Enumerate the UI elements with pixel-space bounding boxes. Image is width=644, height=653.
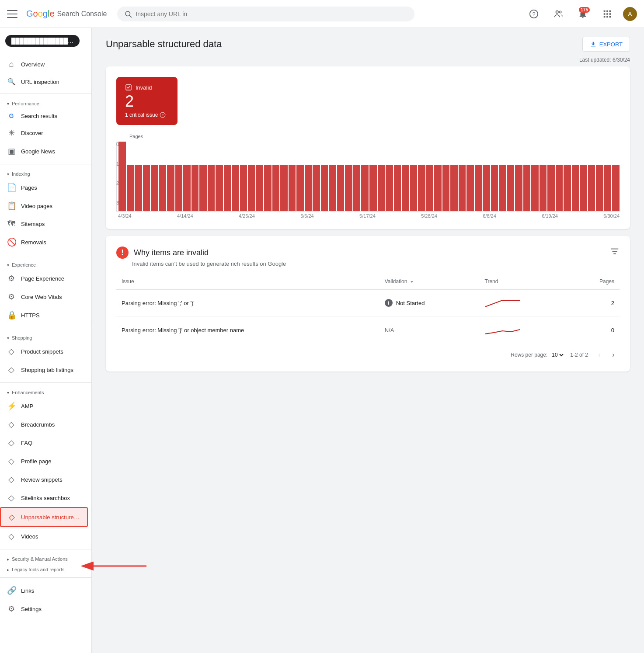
- table-row[interactable]: Parsing error: Missing '}' or object mem…: [116, 316, 620, 344]
- chart-bar: [450, 165, 458, 211]
- sidebar-item-label: Pages: [21, 184, 37, 191]
- chart-bar: [216, 165, 223, 211]
- help-button[interactable]: ?: [525, 5, 543, 23]
- news-icon: ▣: [7, 146, 16, 156]
- export-button[interactable]: EXPORT: [582, 37, 630, 52]
- chart-bar: [531, 165, 539, 211]
- chart-bar: [499, 165, 506, 211]
- sidebar-item-label: Google News: [21, 148, 55, 155]
- sidebar-item-sitelinks-searchbox[interactable]: ◇ Sitelinks searchbox: [0, 489, 88, 507]
- chart-bar: [240, 165, 247, 211]
- breadcrumbs-icon: ◇: [7, 420, 16, 429]
- google-g-icon: G: [7, 112, 16, 119]
- svg-rect-9: [604, 13, 606, 15]
- chart-bar: [491, 165, 498, 211]
- shopping-section-label[interactable]: ▾ Shopping: [0, 332, 91, 342]
- sidebar-item-breadcrumbs[interactable]: ◇ Breadcrumbs: [0, 415, 88, 434]
- sidebar-item-core-web-vitals[interactable]: ⚙ Core Web Vitals: [0, 288, 88, 306]
- chart-bar: [483, 165, 490, 211]
- security-section-label[interactable]: ▸ Security & Manual Actions: [0, 553, 91, 563]
- not-started-icon: i: [385, 299, 393, 307]
- property-name[interactable]: █████████████████: [5, 35, 80, 47]
- sidebar-item-review-snippets[interactable]: ◇ Review snippets: [0, 470, 88, 489]
- pages-icon: 📄: [7, 183, 16, 192]
- chart-bar: [475, 165, 482, 211]
- trend-cell: [480, 316, 570, 344]
- sidebar-item-removals[interactable]: 🚫 Removals: [0, 233, 88, 251]
- sidebar-item-profile-page[interactable]: ◇ Profile page: [0, 452, 88, 470]
- chart-bar: [329, 165, 336, 211]
- chart-x-labels: 4/3/24 4/14/24 4/25/24 5/6/24 5/17/24 5/…: [118, 212, 620, 219]
- apps-button[interactable]: [599, 5, 616, 23]
- sidebar-item-label: Breadcrumbs: [21, 421, 55, 428]
- sidebar-item-product-snippets[interactable]: ◇ Product snippets: [0, 342, 88, 361]
- product-snippets-icon: ◇: [7, 347, 16, 356]
- sidebar-item-settings[interactable]: ⚙ Settings: [0, 600, 88, 618]
- issue-cell: Parsing error: Missing '}' or object mem…: [116, 316, 379, 344]
- avatar[interactable]: A: [623, 7, 637, 21]
- chart-bar: [167, 165, 174, 211]
- unparsable-icon: ◇: [8, 512, 16, 522]
- sidebar-item-url-inspection[interactable]: 🔍 URL inspection: [0, 73, 88, 90]
- sidebar-item-amp[interactable]: ⚡ AMP: [0, 397, 88, 415]
- legacy-section-label[interactable]: ▸ Legacy tools and reports: [0, 563, 91, 574]
- sidebar-item-videos[interactable]: ◇ Videos: [0, 527, 88, 545]
- sidebar-item-sitemaps[interactable]: 🗺 Sitemaps: [0, 215, 88, 233]
- sidebar-item-faq[interactable]: ◇ FAQ: [0, 434, 88, 452]
- notification-button[interactable]: 175: [574, 5, 592, 23]
- experience-section-label[interactable]: ▾ Experience: [0, 259, 91, 269]
- table-row[interactable]: Parsing error: Missing ';' or ')' i Not …: [116, 289, 620, 316]
- apps-icon: [602, 9, 612, 19]
- error-icon: !: [116, 247, 129, 259]
- search-bar[interactable]: [117, 7, 414, 21]
- issue-col-header: Issue: [116, 274, 379, 289]
- enhancements-section-label[interactable]: ▾ Enhancements: [0, 386, 91, 397]
- chart-bars: [116, 142, 620, 212]
- faq-icon: ◇: [7, 438, 16, 448]
- hamburger-menu[interactable]: [7, 9, 17, 19]
- sidebar-item-shopping-tab[interactable]: ◇ Shopping tab listings: [0, 361, 88, 379]
- chart-bar: [127, 165, 134, 211]
- layout: █████████████████ ⌂ Overview 🔍 URL inspe…: [0, 28, 644, 653]
- chart-bar: [580, 165, 587, 211]
- rows-per-page-select[interactable]: 10 25 50: [550, 351, 565, 358]
- home-icon: ⌂: [7, 60, 16, 69]
- trend-chart-1: [485, 296, 520, 309]
- critical-issue-label: 1 critical issue ?: [125, 112, 169, 118]
- sidebar-item-unparsable[interactable]: ◇ Unparsable structured d...: [0, 507, 88, 527]
- chart-bar: [159, 165, 167, 211]
- download-icon: [590, 41, 597, 48]
- validation-na: N/A: [385, 327, 394, 333]
- performance-section-label[interactable]: ▾ Performance: [0, 97, 91, 108]
- profile-page-icon: ◇: [7, 456, 16, 466]
- sidebar-item-https[interactable]: 🔒 HTTPS: [0, 306, 88, 324]
- property-selector[interactable]: █████████████████: [5, 35, 86, 49]
- filter-icon[interactable]: [610, 247, 620, 256]
- indexing-section-label[interactable]: ▾ Indexing: [0, 168, 91, 178]
- people-button[interactable]: [550, 5, 567, 23]
- chart-bar: [459, 165, 466, 211]
- why-subtitle: Invalid items can't be used to generate …: [132, 261, 620, 267]
- url-inspect-input[interactable]: [136, 10, 407, 17]
- sidebar-item-links[interactable]: 🔗 Links: [0, 581, 88, 600]
- sidebar-item-label: Shopping tab listings: [21, 367, 73, 373]
- sidebar-item-video-pages[interactable]: 📋 Video pages: [0, 197, 88, 215]
- prev-page-button[interactable]: ‹: [593, 349, 606, 361]
- sidebar-item-overview[interactable]: ⌂ Overview: [0, 56, 88, 73]
- pages-cell: 0: [569, 316, 620, 344]
- sidebar-item-discover[interactable]: ✳ Discover: [0, 124, 88, 142]
- chart-bar: [418, 165, 425, 211]
- shopping-tab-icon: ◇: [7, 365, 16, 375]
- validation-col-header[interactable]: Validation: [379, 274, 480, 289]
- sidebar-item-pages[interactable]: 📄 Pages: [0, 178, 88, 197]
- next-page-button[interactable]: ›: [607, 349, 620, 361]
- sidebar-item-search-results[interactable]: G Search results: [0, 108, 88, 124]
- chevron-right-icon: ▸: [7, 557, 9, 562]
- sidebar-item-google-news[interactable]: ▣ Google News: [0, 142, 88, 160]
- page-title: Unparsable structured data: [106, 38, 222, 50]
- chart-bar: [264, 165, 272, 211]
- export-label: EXPORT: [599, 41, 623, 48]
- sidebar-item-page-experience[interactable]: ⚙ Page Experience: [0, 269, 88, 288]
- chart-bar: [183, 165, 191, 211]
- issue-table: Issue Validation Trend Pages Parsing err…: [116, 274, 620, 344]
